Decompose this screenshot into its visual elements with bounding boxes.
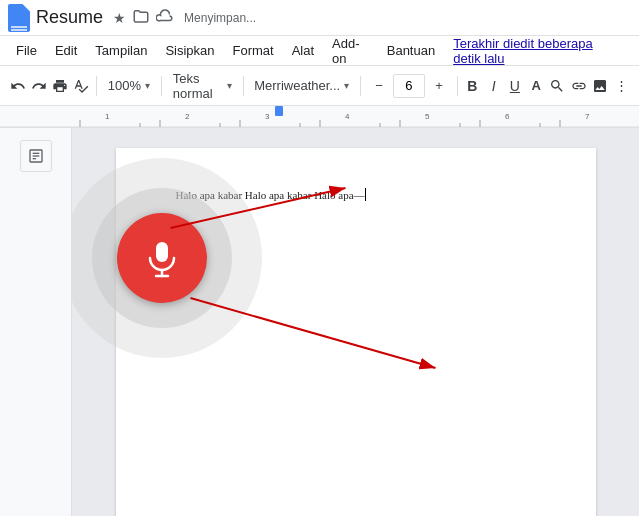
- title-bar: Resume ★ Menyimpan...: [0, 0, 639, 36]
- paragraph-style-select[interactable]: Teks normal ▾: [167, 73, 238, 99]
- font-arrow: ▾: [344, 80, 349, 91]
- svg-text:6: 6: [505, 112, 510, 121]
- folder-icon[interactable]: [132, 7, 150, 28]
- content-area: Halo apa kabar Halo apa kabar Halo apa—: [0, 128, 639, 516]
- menu-view[interactable]: Tampilan: [87, 39, 155, 62]
- font-select[interactable]: Merriweather... ▾: [248, 73, 355, 99]
- undo-button[interactable]: [8, 73, 27, 99]
- para-arrow: ▾: [227, 80, 232, 91]
- title-icons: ★ Menyimpan...: [113, 7, 256, 28]
- highlight-button[interactable]: [548, 73, 567, 99]
- separator-1: [96, 76, 97, 96]
- microphone-icon: [142, 238, 182, 278]
- menu-format[interactable]: Format: [225, 39, 282, 62]
- separator-5: [457, 76, 458, 96]
- cloud-save-icon: [156, 7, 174, 28]
- document-page: Halo apa kabar Halo apa kabar Halo apa—: [116, 148, 596, 516]
- text-cursor: [365, 188, 366, 201]
- font-color-button[interactable]: A: [527, 73, 546, 99]
- link-button[interactable]: [569, 73, 588, 99]
- redo-button[interactable]: [29, 73, 48, 99]
- font-size-input[interactable]: [393, 74, 425, 98]
- ruler: 1 2 3 4 5 6 7: [0, 106, 639, 128]
- paragraph-style-value: Teks normal: [173, 71, 223, 101]
- print-button[interactable]: [51, 73, 70, 99]
- sidebar-page-icon[interactable]: [20, 140, 52, 172]
- svg-text:3: 3: [265, 112, 270, 121]
- font-value: Merriweather...: [254, 78, 340, 93]
- menu-edit[interactable]: Edit: [47, 39, 85, 62]
- separator-2: [161, 76, 162, 96]
- svg-text:1: 1: [105, 112, 110, 121]
- font-size-plus[interactable]: +: [426, 73, 452, 99]
- separator-3: [243, 76, 244, 96]
- spellcheck-button[interactable]: [72, 73, 91, 99]
- image-button[interactable]: [590, 73, 609, 99]
- bold-button[interactable]: B: [463, 73, 482, 99]
- svg-text:2: 2: [185, 112, 190, 121]
- separator-4: [360, 76, 361, 96]
- star-icon[interactable]: ★: [113, 10, 126, 26]
- svg-text:7: 7: [585, 112, 590, 121]
- last-edited-link[interactable]: Terakhir diedit beberapa detik lalu: [445, 32, 631, 70]
- italic-button[interactable]: I: [484, 73, 503, 99]
- underline-button[interactable]: U: [505, 73, 524, 99]
- autosave-status: Menyimpan...: [184, 11, 256, 25]
- menu-bar: File Edit Tampilan Sisipkan Format Alat …: [0, 36, 639, 66]
- sidebar: [0, 128, 72, 516]
- svg-rect-21: [275, 106, 283, 116]
- menu-file[interactable]: File: [8, 39, 45, 62]
- more-options-button[interactable]: ⋮: [612, 73, 631, 99]
- zoom-arrow: ▾: [145, 80, 150, 91]
- toolbar: 100% ▾ Teks normal ▾ Merriweather... ▾ −…: [0, 66, 639, 106]
- font-size-minus[interactable]: −: [366, 73, 392, 99]
- menu-tools[interactable]: Alat: [284, 39, 322, 62]
- doc-icon: [8, 4, 30, 32]
- svg-text:5: 5: [425, 112, 430, 121]
- menu-insert[interactable]: Sisipkan: [157, 39, 222, 62]
- menu-help[interactable]: Bantuan: [379, 39, 443, 62]
- svg-text:4: 4: [345, 112, 350, 121]
- menu-addon[interactable]: Add-on: [324, 32, 377, 70]
- document-text[interactable]: Halo apa kabar Halo apa kabar Halo apa—: [176, 188, 536, 201]
- voice-microphone-button[interactable]: [117, 213, 207, 303]
- document-title[interactable]: Resume: [36, 7, 103, 28]
- font-size-control: − +: [366, 73, 452, 99]
- zoom-value: 100%: [108, 78, 141, 93]
- page-container: Halo apa kabar Halo apa kabar Halo apa—: [72, 128, 639, 516]
- zoom-select[interactable]: 100% ▾: [102, 73, 156, 99]
